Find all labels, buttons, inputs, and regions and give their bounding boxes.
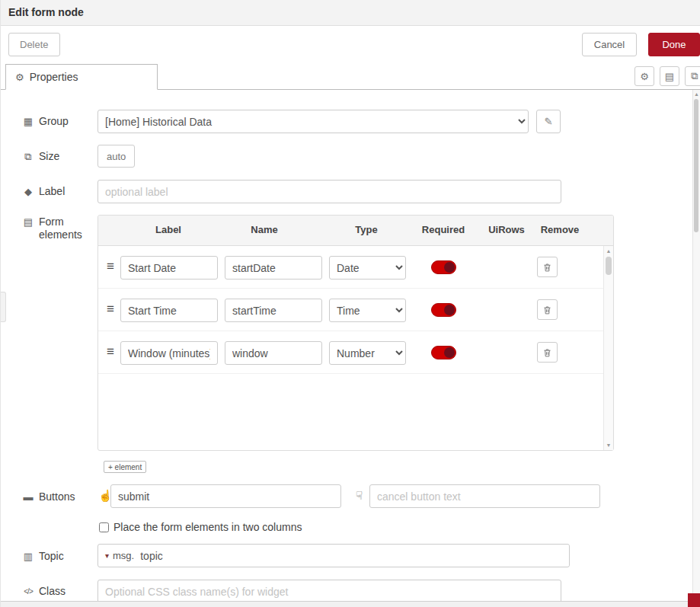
window-scrollbar[interactable]: ▲: [692, 90, 700, 607]
appearance-icon: ⧉: [691, 70, 698, 82]
gear-icon: ⚙: [640, 71, 649, 82]
submit-button-text-input[interactable]: [110, 484, 341, 508]
topic-label: ▥ Topic: [22, 550, 64, 563]
scroll-up-icon[interactable]: ▲: [693, 91, 700, 97]
required-toggle[interactable]: [431, 260, 456, 274]
drag-handle-icon[interactable]: ≡: [107, 302, 114, 317]
buttons-label: ▬ Buttons: [22, 490, 75, 503]
table-icon: ▦: [22, 115, 34, 128]
col-header-required: Required: [422, 224, 465, 235]
scrollbar-thumb[interactable]: [606, 257, 612, 275]
trash-icon: [542, 305, 552, 315]
edit-group-button[interactable]: ✎: [536, 110, 561, 133]
required-toggle[interactable]: [431, 346, 456, 359]
topic-typed-input: ▾ msg.: [97, 544, 570, 567]
group-select[interactable]: [Home] Historical Data: [97, 110, 529, 133]
tag-icon: ◆: [22, 185, 34, 198]
toggle-knob: [444, 305, 455, 315]
remove-element-button[interactable]: [537, 257, 558, 277]
tab-row: ⚙ Properties ⚙ ▤ ⧉: [1, 62, 700, 90]
form-elements-table: Label Name Type Required UiRows Remove ≡…: [97, 215, 614, 451]
col-header-uirows: UiRows: [488, 224, 525, 235]
label-label: ◆ Label: [22, 185, 65, 198]
col-header-label: Label: [155, 224, 181, 235]
col-header-name: Name: [251, 224, 277, 235]
size-button[interactable]: auto: [97, 145, 135, 168]
element-label-input[interactable]: [120, 299, 218, 322]
class-input[interactable]: [97, 580, 561, 603]
form-elements-header: Label Name Type Required UiRows Remove: [98, 216, 613, 246]
accent-corner: [688, 593, 700, 607]
object-group-icon: ⧉: [22, 150, 34, 163]
description-button[interactable]: ▤: [660, 66, 679, 86]
edit-form-node-dialog: Edit form node Delete Cancel Done ⚙ Prop…: [0, 0, 700, 607]
form-elements-body: ≡ Date ≡ Time: [98, 246, 613, 450]
tab-properties-label: Properties: [30, 71, 78, 83]
cancel-button-text-input[interactable]: [369, 484, 600, 508]
drag-handle-icon[interactable]: ≡: [107, 259, 114, 274]
trash-icon: [542, 262, 552, 273]
add-element-button[interactable]: + element: [104, 461, 146, 473]
appearance-button[interactable]: ⧉: [685, 66, 700, 86]
sidebar-handle[interactable]: [1, 292, 6, 322]
element-name-input[interactable]: [225, 341, 322, 365]
thumb-down-icon: ☟: [356, 489, 363, 503]
code-icon: </>: [22, 585, 34, 598]
group-label: ▦ Group: [22, 115, 69, 128]
element-name-input[interactable]: [225, 256, 322, 280]
bottom-edge: [1, 601, 700, 607]
pencil-icon: ✎: [544, 116, 552, 127]
form-element-row: ≡ Time: [98, 289, 613, 331]
dialog-toolbar: Delete Cancel Done: [1, 26, 700, 62]
trash-icon: [542, 347, 552, 358]
node-settings-button[interactable]: ⚙: [634, 66, 654, 86]
element-type-select[interactable]: Date: [329, 256, 406, 280]
topic-input[interactable]: [139, 545, 569, 566]
scroll-down-icon[interactable]: ▼: [604, 442, 613, 448]
element-name-input[interactable]: [225, 299, 322, 322]
drag-handle-icon[interactable]: ≡: [107, 344, 114, 359]
dialog-titlebar: Edit form node: [1, 0, 700, 26]
cancel-button[interactable]: Cancel: [582, 33, 637, 56]
done-button[interactable]: Done: [648, 33, 700, 56]
form-element-row: ≡ Date: [98, 246, 613, 289]
caret-down-icon: ▾: [105, 551, 109, 560]
table-scrollbar[interactable]: ▲ ▼: [603, 246, 613, 450]
col-header-remove: Remove: [541, 224, 580, 235]
two-columns-row: Place the form elements in two columns: [99, 521, 302, 533]
toggle-knob: [444, 347, 455, 358]
doc-icon: ▤: [665, 71, 674, 82]
remove-element-button[interactable]: [537, 342, 558, 363]
list-icon: ▤: [22, 216, 34, 228]
remove-element-button[interactable]: [537, 299, 558, 320]
size-label: ⧉ Size: [22, 150, 59, 163]
two-columns-label: Place the form elements in two columns: [113, 521, 302, 533]
class-label: </> Class: [22, 585, 66, 598]
form-elements-label: ▤ Formelements: [22, 216, 82, 241]
delete-button[interactable]: Delete: [8, 33, 60, 56]
dialog-title: Edit form node: [8, 6, 84, 18]
tab-properties[interactable]: ⚙ Properties: [5, 64, 158, 90]
properties-panel: ▦ Group [Home] Historical Data ✎ ⧉ Size …: [1, 90, 692, 607]
tasks-icon: ▥: [22, 550, 34, 563]
element-type-select[interactable]: Time: [329, 299, 406, 322]
gear-icon: ⚙: [15, 72, 24, 83]
scrollbar-thumb[interactable]: [694, 99, 698, 232]
element-label-input[interactable]: [120, 341, 218, 365]
element-label-input[interactable]: [120, 256, 218, 280]
topic-type-button[interactable]: ▾ msg.: [98, 545, 139, 567]
toggle-knob: [444, 262, 455, 273]
scroll-up-icon[interactable]: ▲: [604, 248, 613, 254]
label-input[interactable]: [97, 180, 561, 203]
two-columns-checkbox[interactable]: [99, 522, 109, 532]
buttons-icon: ▬: [22, 490, 34, 503]
topic-type-label: msg.: [113, 550, 134, 561]
col-header-type: Type: [355, 224, 377, 235]
form-element-row: ≡ Number: [98, 331, 613, 374]
required-toggle[interactable]: [431, 303, 456, 317]
element-type-select[interactable]: Number: [329, 341, 406, 365]
